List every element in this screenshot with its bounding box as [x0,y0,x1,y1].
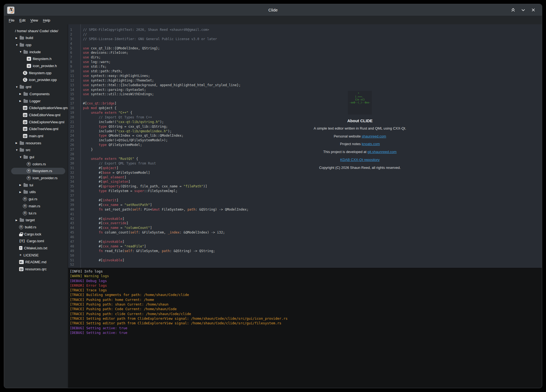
code-line[interactable]: 36 type FileSystem = super::FileSystemIm… [68,189,542,193]
code-line[interactable]: 38 #[inherit] [68,198,542,203]
link-kdab-cxx-qt-repository[interactable]: KDAB CXX-Qt repository [340,158,380,162]
log-line: [DEBUG] Setting active: true [70,326,542,330]
tree-item-label: tui.rs [29,211,36,215]
code-text: #[cxx_name = "columnCount"] [80,226,152,230]
code-line[interactable]: 41 [68,212,542,217]
tree-item-cargo-lock[interactable]: Cargo.lock [4,231,68,238]
tree-item-build-rs[interactable]: Rbuild.rs [4,224,68,231]
folder-icon [20,44,24,47]
tree-item-components[interactable]: ▶Components [4,91,68,98]
tree-item-clideeditorview-qml[interactable]: QtClideEditorView.qml [4,112,68,119]
code-text: #[cxx_override] [80,221,128,226]
tree-item-colors-rs[interactable]: Rcolors.rs [4,160,68,167]
about-row: Project notes knoats.com [278,140,442,148]
code-line[interactable]: 9use std::fs; [68,64,542,69]
tree-item-cmakelists-txt[interactable]: ≡CMakeLists.txt [4,245,68,252]
menu-item-help[interactable]: Help [40,17,53,23]
tree-item-gui[interactable]: ▼gui [4,154,68,161]
menu-item-edit[interactable]: Edit [17,17,28,23]
maximize-button[interactable] [510,7,516,13]
tree-item-clideapplicationview-qml[interactable]: QtClideApplicationView.qml [4,104,68,112]
titlebar[interactable]: Clide [4,4,542,16]
tree-item-target[interactable]: ▶target [4,217,68,224]
folder-icon [20,37,24,40]
tree-item-main-qml[interactable]: Qtmain.qml [4,133,68,140]
tree-item-icon-provider-h[interactable]: Hicon_provider.h [4,62,68,70]
menu-item-view[interactable]: View [28,17,40,23]
code-line[interactable]: 50 [68,253,542,258]
link-knoats-com[interactable]: knoats.com [362,142,380,146]
tree-item-filesystem-h[interactable]: Hfilesystem.h [4,55,68,62]
line-number: 49 [68,249,80,253]
code-line[interactable]: 4 [68,41,542,46]
close-button[interactable] [530,7,536,13]
tree-item-gui-rs[interactable]: Rgui.rs [4,196,68,203]
tree-item-qml[interactable]: ▼qml [4,83,68,91]
tree-item-tui-rs[interactable]: Rtui.rs [4,210,68,217]
code-line[interactable]: 13use syntect::html::{IncludeBackground,… [68,83,542,88]
tree-item-cargo-toml[interactable]: [T]Cargo.toml [4,238,68,245]
code-line[interactable]: 39 #[cxx_name = "setRootPath"] [68,203,542,207]
code-line[interactable]: 42 #[qinvokable] [68,217,542,221]
tree-item-readme-md[interactable]: M↓README.md [4,259,68,266]
code-line[interactable]: 6use devicons::FileIcon; [68,50,542,55]
tree-item-clideexplorerview-qml[interactable]: QtClideExplorerView.qml [4,118,68,125]
tree-item-build[interactable]: ▶build [4,34,68,41]
code-line[interactable]: 1// SPDX-FileCopyrightText: 2026, Shaun … [68,28,542,32]
tree-item-filesystem-rs[interactable]: Rfilesystem.rs [4,167,68,175]
code-line[interactable]: 44 #[cxx_name = "columnCount"] [68,226,542,230]
code-text: use std::path::Path; [80,69,123,74]
code-line[interactable]: 48 #[cxx_name = "readFile"] [68,244,542,249]
tree-item-license[interactable]: ✶LICENSE [4,252,68,259]
code-line[interactable]: 52 [68,262,542,267]
code-line[interactable]: 33 #[qml_element] [68,175,542,180]
code-line[interactable]: 40 fn set_root_path(self: Pin<&mut FileS… [68,207,542,212]
tree-item-logger[interactable]: ▶Logger [4,97,68,104]
code-line[interactable]: 10use std::path::Path; [68,69,542,74]
code-line[interactable]: 8use log::warn; [68,60,542,64]
menu-item-file[interactable]: File [6,17,17,23]
code-line[interactable]: 12use syntect::highlighting::ThemeSet; [68,78,542,83]
about-row: KDAB CXX-Qt repository [278,156,442,164]
code-line[interactable]: 51 #[qinvokable] [68,258,542,263]
tree-item-include[interactable]: ▼include [4,48,68,55]
tree-item-utils[interactable]: ▶utils [4,188,68,196]
code-line[interactable]: 11use syntect::easy::HighlightLines; [68,74,542,78]
tree-item-main-rs[interactable]: Rmain.rs [4,203,68,210]
tree-item-src[interactable]: ▼src [4,146,68,154]
tree-item-resources[interactable]: ▶resources [4,139,68,146]
minimize-button[interactable] [520,7,526,13]
code-line[interactable]: 3// SPDX-License-Identifier: GNU General… [68,37,542,41]
tree-item-resources-qrc[interactable]: Qtresources.qrc [4,266,68,273]
code-line[interactable]: 46 [68,235,542,240]
log-console[interactable]: [INFO] Info logs[WARN] Warning logs[DEBU… [68,268,542,388]
tree-item-clidetreeview-qml[interactable]: QtClideTreeView.qml [4,125,68,133]
link-shaunreed-com[interactable]: shaunreed.com [362,134,386,138]
code-line[interactable]: 2// [68,32,542,37]
qt-file-icon: Qt [23,127,27,131]
code-line[interactable]: 45 fn column_count(self: &FileSystem, _i… [68,230,542,235]
tree-item-icon-provider-rs[interactable]: Ricon_provider.rs [4,175,68,182]
chevron-right-icon: ▶ [16,37,20,39]
code-line[interactable]: 7use dirs; [68,55,542,60]
code-line[interactable]: 34 #[qml_singleton] [68,179,542,184]
tree-item-cpp[interactable]: ▼cpp [4,41,68,49]
tree-item-label: qml [26,85,31,89]
lock-icon [19,234,23,236]
folder-icon [23,184,28,187]
tree-root-path[interactable]: / home/ shaun/ Code/ clide/ [4,27,68,34]
code-line[interactable]: 43 #[cxx_override] [68,221,542,226]
tree-item-tui[interactable]: ▶tui [4,181,68,188]
code-text [80,212,83,217]
code-line[interactable]: 47 #[qinvokable] [68,240,542,244]
code-line[interactable]: 35 #[qproperty(QString, file_path, cxx_n… [68,184,542,189]
line-number: 14 [68,88,80,92]
tree-item-filesystem-cpp[interactable]: Cfilesystem.cpp [4,69,68,76]
code-line[interactable]: 37 [68,193,542,198]
editor-pane[interactable]: 1// SPDX-FileCopyrightText: 2026, Shaun … [68,24,542,268]
code-line[interactable]: 5use cxx_qt_lib::{QModelIndex, QString}; [68,46,542,51]
code-line[interactable]: 49 fn read_file(self: &FileSystem, path:… [68,249,542,253]
link-git-shaunreed-com[interactable]: git.shaunreed.com [367,150,396,154]
code-text: #[cxx_name = "setRootPath"] [80,203,152,207]
tree-item-icon-provider-cpp[interactable]: Cicon_provider.cpp [4,76,68,83]
